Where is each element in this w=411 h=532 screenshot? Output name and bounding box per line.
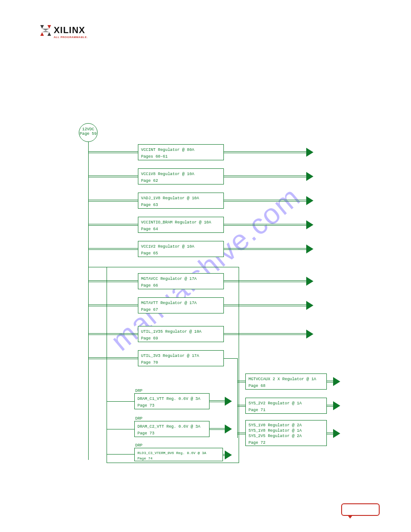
reg-page: Page 72 (248, 440, 324, 446)
regulator-box: MGTAVTT Regulator @ 17A Page 67 (138, 297, 224, 313)
reg-page: Page 67 (141, 307, 221, 313)
feed-h (88, 151, 138, 152)
regulator-box: VCCINTIO_BRAM Regulator @ 10A Page 64 (138, 217, 224, 233)
feed-h (88, 176, 138, 176)
regulator-box: UTIL_1V35 Regulator @ 10A Page 69 (138, 326, 224, 342)
reg-title: VCCINT Regulator @ 80A (141, 147, 221, 154)
reg-title: VCCINTIO_BRAM Regulator @ 10A (141, 219, 221, 226)
out-h (224, 248, 307, 249)
reg-line: SYS_2V5 Regulator @ 2A (248, 433, 324, 439)
drp-title: RLD3_C3_VTERM_0V6 Reg. 0.6V @ 3A (137, 450, 220, 456)
svg-marker-0 (40, 25, 44, 29)
feed-h (237, 433, 245, 433)
reg-line: SYS_1V8 Regulator @ 1A (248, 428, 324, 433)
arrow-right-icon (307, 302, 313, 309)
reg-page: Page 71 (248, 407, 324, 414)
reg-page: Page 70 (141, 360, 221, 366)
reg-title: VADJ_1V8 Regulator @ 10A (141, 195, 221, 202)
drp-box: DRAM_C1_VTT Reg. 0.6V @ 3A Page 73 (134, 393, 210, 409)
arrow-right-icon (307, 149, 313, 156)
drp-label: DRP (135, 416, 142, 421)
feed-h (107, 401, 134, 402)
arrow-right-icon (226, 398, 232, 405)
reg-page: Page 68 (248, 383, 324, 390)
regulator-box: VCC1V8 Regulator @ 10A Page 62 (138, 168, 224, 184)
reg-page: Page 63 (141, 202, 221, 209)
drp-title: DRAM_C2_VTT Reg. 0.6V @ 3A (137, 424, 206, 430)
svg-marker-3 (47, 32, 51, 36)
out-h (210, 400, 226, 401)
svg-marker-4 (42, 29, 49, 30)
drp-box: DRAM_C2_VTT Reg. 0.6V @ 3A Page 73 (134, 421, 210, 437)
feed-h (88, 200, 138, 200)
out-h (224, 305, 307, 305)
feed-line (88, 142, 89, 460)
reg-title: VCC1V8 Regulator @ 10A (141, 171, 221, 178)
arrow-right-icon (307, 278, 313, 285)
source-title: 12VDC (79, 127, 97, 132)
feed-h (107, 429, 134, 429)
reg-page: Page 65 (141, 250, 221, 257)
out-h (224, 176, 307, 176)
arrow-right-icon (307, 197, 313, 204)
drp-label: DRP (135, 443, 142, 448)
regulator-box: VCC1V2 Regulator @ 10A Page 65 (138, 241, 224, 257)
arrow-right-icon (334, 430, 340, 437)
svg-marker-2 (40, 32, 44, 36)
feed-h (88, 267, 107, 267)
reg-line: SYS_1V0 Regulator @ 2A (248, 423, 324, 428)
reg-page: Page 66 (141, 283, 221, 289)
reg-page: Page 64 (141, 226, 221, 233)
feed-h (237, 405, 245, 405)
feed-h (88, 248, 138, 249)
out-h (224, 280, 307, 281)
xilinx-logo-icon (40, 25, 51, 36)
feedback-bubble-icon[interactable] (341, 503, 380, 516)
regulator-box: VCCINT Regulator @ 80A Pages 60-61 (138, 144, 224, 160)
arrow-right-icon (307, 173, 313, 180)
drp-box: RLD3_C3_VTERM_0V6 Reg. 0.6V @ 3A Page 74 (134, 448, 223, 461)
regulator-box: SYS_2V2 Regulator @ 1A Page 71 (245, 398, 327, 414)
out-h (224, 151, 307, 152)
drop-line (237, 358, 238, 438)
reg-page: Page 62 (141, 178, 221, 184)
feed-h (88, 280, 138, 281)
arrow-right-icon (307, 330, 313, 338)
out-h (224, 200, 307, 200)
out-h (210, 428, 226, 429)
svg-marker-1 (47, 25, 51, 29)
svg-marker-5 (42, 30, 49, 32)
regulator-box: VADJ_1V8 Regulator @ 10A Page 63 (138, 193, 224, 209)
feed-h (88, 333, 138, 334)
drp-page: Page 73 (137, 403, 206, 409)
feed-h (88, 305, 138, 305)
reg-title: UTIL_1V35 Regulator @ 10A (141, 329, 221, 335)
feed-h (88, 357, 138, 358)
feed-h (88, 224, 138, 224)
arrow-right-icon (334, 402, 340, 409)
page: XILINX ALL PROGRAMMABLE. manualshive.com… (0, 0, 411, 532)
regulator-box: MGTAVCC Regulator @ 17A Page 66 (138, 273, 224, 289)
feed-h (107, 454, 134, 455)
reg-title: MGTVCCAUX 2 X Regulator @ 1A (248, 376, 324, 383)
regulator-box: MGTVCCAUX 2 X Regulator @ 1A Page 68 (245, 373, 327, 390)
regulator-box: SYS_1V0 Regulator @ 2A SYS_1V8 Regulator… (245, 420, 327, 446)
reg-title: MGTAVTT Regulator @ 17A (141, 300, 221, 307)
drp-page: Page 74 (137, 456, 220, 461)
out-h (224, 333, 307, 334)
regulator-box: UTIL_3V3 Regulator @ 17A Page 70 (138, 350, 224, 366)
out-h (224, 224, 307, 224)
reg-title: MGTAVCC Regulator @ 17A (141, 276, 221, 283)
arrow-right-icon (226, 425, 232, 433)
source-page: Page 59 (79, 132, 97, 136)
brand-name: XILINX (54, 25, 85, 35)
reg-title: UTIL_3V3 Regulator @ 17A (141, 353, 221, 360)
drp-page: Page 73 (137, 430, 206, 437)
arrow-right-icon (307, 221, 313, 228)
drp-title: DRAM_C1_VTT Reg. 0.6V @ 3A (137, 396, 206, 403)
brand-tagline: ALL PROGRAMMABLE. (54, 36, 88, 39)
reg-page: Page 69 (141, 335, 221, 342)
reg-page: Pages 60-61 (141, 154, 221, 160)
source-node: 12VDC Page 59 (79, 123, 98, 142)
arrow-right-icon (226, 451, 232, 459)
